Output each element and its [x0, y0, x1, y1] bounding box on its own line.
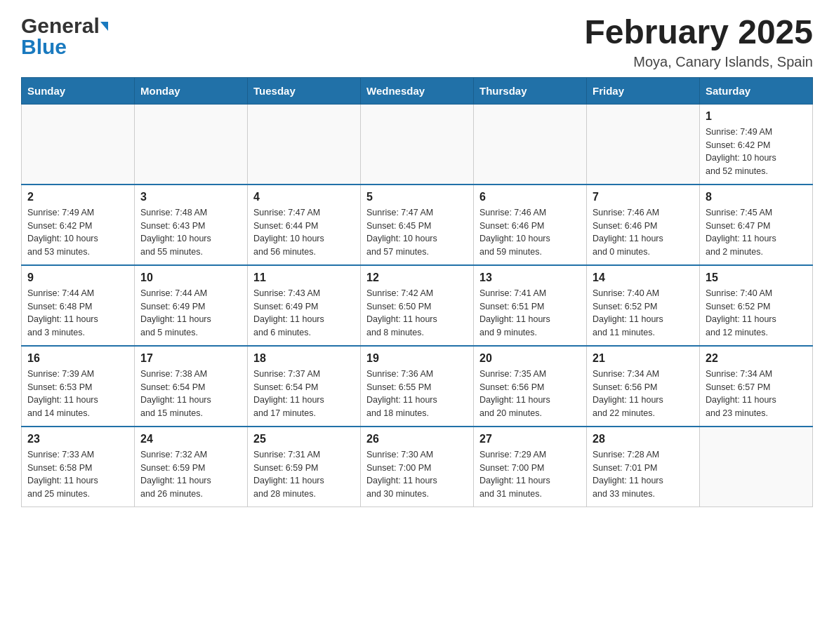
calendar-cell: 12Sunrise: 7:42 AM Sunset: 6:50 PM Dayli…: [361, 265, 474, 346]
day-info: Sunrise: 7:47 AM Sunset: 6:44 PM Dayligh…: [253, 206, 355, 259]
calendar-cell: 18Sunrise: 7:37 AM Sunset: 6:54 PM Dayli…: [248, 346, 361, 427]
calendar-cell: 13Sunrise: 7:41 AM Sunset: 6:51 PM Dayli…: [474, 265, 587, 346]
day-number: 27: [479, 433, 581, 445]
calendar-week-row: 1Sunrise: 7:49 AM Sunset: 6:42 PM Daylig…: [22, 104, 813, 185]
calendar-week-row: 23Sunrise: 7:33 AM Sunset: 6:58 PM Dayli…: [22, 427, 813, 507]
location: Moya, Canary Islands, Spain: [584, 54, 813, 70]
day-number: 15: [706, 271, 807, 284]
day-info: Sunrise: 7:40 AM Sunset: 6:52 PM Dayligh…: [593, 287, 694, 340]
logo-general: General: [21, 14, 100, 38]
day-number: 8: [706, 191, 807, 203]
day-info: Sunrise: 7:29 AM Sunset: 7:00 PM Dayligh…: [479, 448, 581, 501]
day-number: 28: [593, 433, 694, 445]
logo-triangle: [100, 22, 108, 31]
day-number: 6: [479, 191, 581, 203]
day-info: Sunrise: 7:43 AM Sunset: 6:49 PM Dayligh…: [253, 287, 355, 340]
day-info: Sunrise: 7:44 AM Sunset: 6:48 PM Dayligh…: [27, 287, 128, 340]
calendar-week-row: 9Sunrise: 7:44 AM Sunset: 6:48 PM Daylig…: [22, 265, 813, 346]
calendar-cell: 24Sunrise: 7:32 AM Sunset: 6:59 PM Dayli…: [135, 427, 248, 507]
calendar-cell: [248, 104, 361, 185]
day-info: Sunrise: 7:32 AM Sunset: 6:59 PM Dayligh…: [140, 448, 241, 501]
day-number: 19: [366, 352, 468, 365]
calendar-cell: 19Sunrise: 7:36 AM Sunset: 6:55 PM Dayli…: [361, 346, 474, 427]
day-info: Sunrise: 7:38 AM Sunset: 6:54 PM Dayligh…: [140, 368, 241, 420]
day-info: Sunrise: 7:49 AM Sunset: 6:42 PM Dayligh…: [27, 206, 128, 259]
calendar-cell: [587, 104, 700, 185]
calendar-cell: 22Sunrise: 7:34 AM Sunset: 6:57 PM Dayli…: [700, 346, 813, 427]
day-info: Sunrise: 7:34 AM Sunset: 6:57 PM Dayligh…: [706, 368, 807, 420]
day-number: 21: [593, 352, 694, 365]
calendar-cell: 4Sunrise: 7:47 AM Sunset: 6:44 PM Daylig…: [248, 185, 361, 265]
day-number: 12: [366, 271, 468, 284]
calendar-cell: 6Sunrise: 7:46 AM Sunset: 6:46 PM Daylig…: [474, 185, 587, 265]
page-header: General Blue February 2025 Moya, Canary …: [21, 14, 813, 70]
day-info: Sunrise: 7:37 AM Sunset: 6:54 PM Dayligh…: [253, 368, 355, 420]
day-number: 10: [140, 271, 241, 284]
day-number: 20: [479, 352, 581, 365]
day-info: Sunrise: 7:45 AM Sunset: 6:47 PM Dayligh…: [706, 206, 807, 259]
day-number: 5: [366, 191, 468, 203]
calendar-cell: 16Sunrise: 7:39 AM Sunset: 6:53 PM Dayli…: [22, 346, 135, 427]
calendar-cell: [474, 104, 587, 185]
day-number: 25: [253, 433, 355, 445]
day-of-week-header: Wednesday: [361, 77, 474, 104]
day-info: Sunrise: 7:46 AM Sunset: 6:46 PM Dayligh…: [479, 206, 581, 259]
day-number: 26: [366, 433, 468, 445]
calendar-cell: 8Sunrise: 7:45 AM Sunset: 6:47 PM Daylig…: [700, 185, 813, 265]
calendar-cell: 28Sunrise: 7:28 AM Sunset: 7:01 PM Dayli…: [587, 427, 700, 507]
day-number: 7: [593, 191, 694, 203]
day-info: Sunrise: 7:40 AM Sunset: 6:52 PM Dayligh…: [706, 287, 807, 340]
day-info: Sunrise: 7:48 AM Sunset: 6:43 PM Dayligh…: [140, 206, 241, 259]
day-info: Sunrise: 7:41 AM Sunset: 6:51 PM Dayligh…: [479, 287, 581, 340]
day-info: Sunrise: 7:47 AM Sunset: 6:45 PM Dayligh…: [366, 206, 468, 259]
calendar-cell: 11Sunrise: 7:43 AM Sunset: 6:49 PM Dayli…: [248, 265, 361, 346]
calendar-cell: 10Sunrise: 7:44 AM Sunset: 6:49 PM Dayli…: [135, 265, 248, 346]
day-of-week-header: Saturday: [700, 77, 813, 104]
calendar-cell: 26Sunrise: 7:30 AM Sunset: 7:00 PM Dayli…: [361, 427, 474, 507]
calendar-table: SundayMondayTuesdayWednesdayThursdayFrid…: [21, 77, 813, 507]
calendar-cell: [135, 104, 248, 185]
day-info: Sunrise: 7:31 AM Sunset: 6:59 PM Dayligh…: [253, 448, 355, 501]
day-number: 22: [706, 352, 807, 365]
calendar-cell: [22, 104, 135, 185]
logo-area: General Blue: [21, 14, 109, 59]
day-number: 4: [253, 191, 355, 203]
day-number: 14: [593, 271, 694, 284]
day-number: 2: [27, 191, 128, 203]
calendar-header-row: SundayMondayTuesdayWednesdayThursdayFrid…: [22, 77, 813, 104]
calendar-cell: 2Sunrise: 7:49 AM Sunset: 6:42 PM Daylig…: [22, 185, 135, 265]
day-of-week-header: Friday: [587, 77, 700, 104]
calendar-cell: 1Sunrise: 7:49 AM Sunset: 6:42 PM Daylig…: [700, 104, 813, 185]
calendar-cell: 9Sunrise: 7:44 AM Sunset: 6:48 PM Daylig…: [22, 265, 135, 346]
day-info: Sunrise: 7:49 AM Sunset: 6:42 PM Dayligh…: [706, 126, 807, 178]
calendar-cell: 17Sunrise: 7:38 AM Sunset: 6:54 PM Dayli…: [135, 346, 248, 427]
day-of-week-header: Sunday: [22, 77, 135, 104]
day-info: Sunrise: 7:34 AM Sunset: 6:56 PM Dayligh…: [593, 368, 694, 420]
calendar-cell: [700, 427, 813, 507]
calendar-cell: 21Sunrise: 7:34 AM Sunset: 6:56 PM Dayli…: [587, 346, 700, 427]
calendar-cell: 25Sunrise: 7:31 AM Sunset: 6:59 PM Dayli…: [248, 427, 361, 507]
day-number: 1: [706, 110, 807, 123]
logo-blue: Blue: [21, 35, 67, 58]
calendar-cell: 5Sunrise: 7:47 AM Sunset: 6:45 PM Daylig…: [361, 185, 474, 265]
day-info: Sunrise: 7:44 AM Sunset: 6:49 PM Dayligh…: [140, 287, 241, 340]
day-number: 23: [27, 433, 128, 445]
calendar-cell: 27Sunrise: 7:29 AM Sunset: 7:00 PM Dayli…: [474, 427, 587, 507]
day-info: Sunrise: 7:35 AM Sunset: 6:56 PM Dayligh…: [479, 368, 581, 420]
day-info: Sunrise: 7:39 AM Sunset: 6:53 PM Dayligh…: [27, 368, 128, 420]
day-info: Sunrise: 7:46 AM Sunset: 6:46 PM Dayligh…: [593, 206, 694, 259]
day-info: Sunrise: 7:30 AM Sunset: 7:00 PM Dayligh…: [366, 448, 468, 501]
day-number: 17: [140, 352, 241, 365]
day-number: 16: [27, 352, 128, 365]
day-of-week-header: Tuesday: [248, 77, 361, 104]
calendar-week-row: 16Sunrise: 7:39 AM Sunset: 6:53 PM Dayli…: [22, 346, 813, 427]
day-number: 3: [140, 191, 241, 203]
day-number: 9: [27, 271, 128, 284]
day-info: Sunrise: 7:42 AM Sunset: 6:50 PM Dayligh…: [366, 287, 468, 340]
calendar-week-row: 2Sunrise: 7:49 AM Sunset: 6:42 PM Daylig…: [22, 185, 813, 265]
calendar-cell: 3Sunrise: 7:48 AM Sunset: 6:43 PM Daylig…: [135, 185, 248, 265]
day-number: 11: [253, 271, 355, 284]
calendar-cell: 7Sunrise: 7:46 AM Sunset: 6:46 PM Daylig…: [587, 185, 700, 265]
day-of-week-header: Monday: [135, 77, 248, 104]
day-of-week-header: Thursday: [474, 77, 587, 104]
